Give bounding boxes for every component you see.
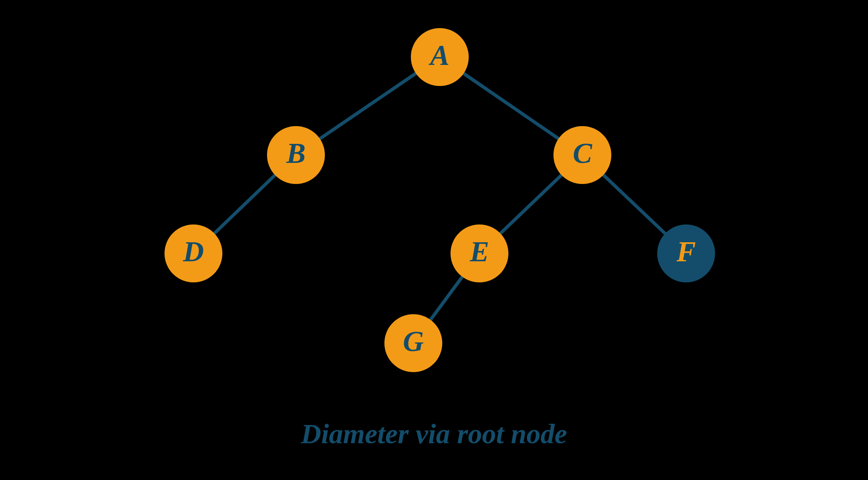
node-F: F [657,224,715,282]
node-label-C: C [573,139,592,168]
edge-A-B [320,73,416,139]
node-label-B: B [286,139,306,168]
node-label-F: F [677,237,696,266]
node-label-D: D [183,237,204,266]
node-C: C [553,126,611,184]
diagram-caption: Diameter via root node [301,418,567,450]
edge-C-E [501,175,562,233]
node-label-E: E [470,237,489,266]
edge-C-F [603,175,665,234]
edge-A-C [464,74,559,139]
node-A: A [411,28,469,86]
node-label-G: G [403,327,424,356]
node-B: B [267,126,325,184]
node-E: E [451,224,508,282]
node-D: D [165,224,222,282]
edge-B-D [215,175,275,233]
node-label-A: A [430,41,450,70]
diagram-stage: Diameter via root node ABCDEFG [0,0,868,480]
node-G: G [384,314,442,372]
edge-E-G [431,277,463,320]
